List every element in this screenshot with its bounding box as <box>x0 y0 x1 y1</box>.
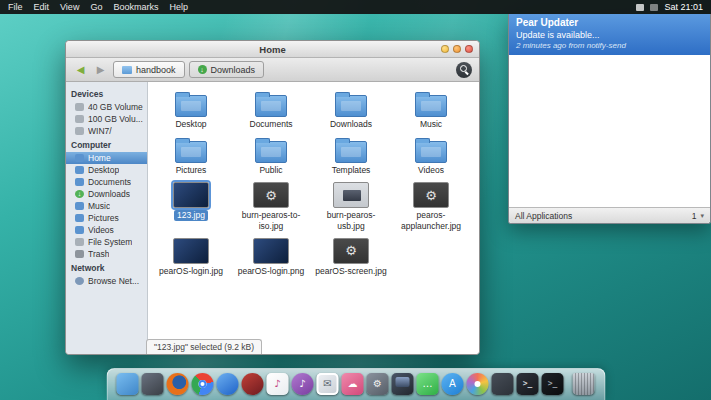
sidebar-item-40gb-volume[interactable]: 40 GB Volume <box>66 101 147 113</box>
tray-indicator-icon[interactable] <box>650 4 658 11</box>
file-desktop[interactable]: Desktop <box>151 90 231 129</box>
dock-app-icon: >_ <box>542 373 564 395</box>
dock-item-terminal[interactable]: >_ <box>516 373 539 395</box>
minimize-button[interactable] <box>441 45 449 53</box>
sidebar-item-videos[interactable]: Videos <box>66 224 147 236</box>
file-pictures[interactable]: Pictures <box>151 136 231 175</box>
menu-item[interactable]: Go <box>90 2 102 12</box>
file-thumbnail <box>333 238 369 264</box>
dock-item-music[interactable]: ♪ <box>266 373 289 395</box>
dock-item-finder[interactable] <box>116 373 139 395</box>
sidebar-item-browse-network[interactable]: Browse Net... <box>66 275 147 287</box>
sidebar-item-100gb-volume[interactable]: 100 GB Volu... <box>66 113 147 125</box>
file-pearos-applauncher-jpg[interactable]: pearos-applauncher.jpg <box>391 182 471 230</box>
menu-item[interactable]: View <box>60 2 79 12</box>
chevron-down-icon[interactable]: ▾ <box>700 212 704 220</box>
back-button[interactable]: ◀ <box>73 62 88 77</box>
dock-app-icon: ♪ <box>292 373 314 395</box>
menu-item[interactable]: Help <box>169 2 188 12</box>
window-titlebar[interactable]: Home <box>66 41 479 58</box>
menubar: FileEditViewGoBookmarksHelp Sat 21:01 <box>0 0 711 14</box>
sidebar-item-file-system[interactable]: File System <box>66 236 147 248</box>
file-burn-pearos-to-iso-jpg[interactable]: burn-pearos-to-iso.jpg <box>231 182 311 230</box>
dock-item-itunes[interactable]: ♪ <box>291 373 314 395</box>
dock-item-display[interactable] <box>391 373 414 395</box>
file-thumbnail <box>175 95 207 117</box>
dock-item-cloud[interactable]: ☁ <box>341 373 364 395</box>
dock-item-settings[interactable]: ⚙ <box>366 373 389 395</box>
dock-item-firefox[interactable] <box>166 373 189 395</box>
search-button[interactable] <box>456 62 472 78</box>
file-videos[interactable]: Videos <box>391 136 471 175</box>
menu-item[interactable]: Bookmarks <box>113 2 158 12</box>
window-title: Home <box>259 44 285 55</box>
file-templates[interactable]: Templates <box>311 136 391 175</box>
sidebar-item-trash[interactable]: Trash <box>66 248 147 260</box>
sidebar-section-network: Network <box>66 260 147 275</box>
file-burn-pearos-usb-jpg[interactable]: burn-pearos-usb.jpg <box>311 182 391 230</box>
file-thumbnail <box>415 141 447 163</box>
clock: Sat 21:01 <box>664 2 703 12</box>
file-pearos-login-png[interactable]: pearOS-login.png <box>231 238 311 276</box>
file-thumbnail <box>413 182 449 208</box>
file-thumbnail <box>175 141 207 163</box>
tray-indicator-icon[interactable] <box>636 4 644 11</box>
videos-icon <box>75 226 84 234</box>
dock-item-terminal-alt[interactable]: >_ <box>541 373 564 395</box>
notification-panel: Pear Updater Update is available... 2 mi… <box>508 14 711 224</box>
maximize-button[interactable] <box>453 45 461 53</box>
sidebar-item-win7[interactable]: WIN7/ <box>66 125 147 137</box>
desktop: FileEditViewGoBookmarksHelp Sat 21:01 Ho… <box>0 0 711 400</box>
notification-header[interactable]: Pear Updater Update is available... 2 mi… <box>509 14 710 55</box>
dock-item-trash[interactable] <box>572 373 595 395</box>
drive-icon <box>75 103 84 111</box>
all-applications-filter[interactable]: All Applications <box>515 211 572 221</box>
notification-count[interactable]: 1 <box>692 211 697 221</box>
desktop-icon <box>75 166 84 174</box>
file-thumbnail <box>253 238 289 264</box>
forward-button[interactable]: ▶ <box>93 62 108 77</box>
dock-item-package[interactable] <box>491 373 514 395</box>
dock-item-messages[interactable]: … <box>416 373 439 395</box>
documents-icon <box>75 178 84 186</box>
sidebar-item-pictures[interactable]: Pictures <box>66 212 147 224</box>
sidebar-section-computer: Computer <box>66 137 147 152</box>
file-label: pearOS-login.jpg <box>159 266 223 276</box>
sidebar-item-home[interactable]: Home <box>66 152 147 164</box>
menubar-menus: FileEditViewGoBookmarksHelp <box>8 2 188 12</box>
file-downloads[interactable]: Downloads <box>311 90 391 129</box>
file-documents[interactable]: Documents <box>231 90 311 129</box>
menu-item[interactable]: Edit <box>34 2 50 12</box>
dock-app-icon <box>242 373 264 395</box>
file-123-jpg[interactable]: 123.jpg <box>151 182 231 230</box>
network-list: Browse Net... <box>66 275 147 287</box>
sidebar-item-music[interactable]: Music <box>66 200 147 212</box>
dock: ♪ ♪ ✉ ☁ <box>106 368 605 400</box>
notification-footer: All Applications 1 ▾ <box>509 207 710 223</box>
dock-item-browser[interactable] <box>216 373 239 395</box>
sidebar-item-downloads[interactable]: Downloads <box>66 188 147 200</box>
sidebar-item-documents[interactable]: Documents <box>66 176 147 188</box>
dock-item-app-store[interactable]: A <box>441 373 464 395</box>
dock-item-media-player[interactable] <box>241 373 264 395</box>
dock-item-mail[interactable]: ✉ <box>316 373 339 395</box>
file-label: 123.jpg <box>174 210 208 220</box>
file-thumbnail <box>415 95 447 117</box>
file-music[interactable]: Music <box>391 90 471 129</box>
dock-item-chrome[interactable] <box>191 373 214 395</box>
file-pearos-login-jpg[interactable]: pearOS-login.jpg <box>151 238 231 276</box>
file-thumbnail <box>173 238 209 264</box>
dock-item-photos[interactable] <box>466 373 489 395</box>
devices-list: 40 GB Volume 100 GB Volu... WIN7/ <box>66 101 147 137</box>
file-public[interactable]: Public <box>231 136 311 175</box>
tab-downloads[interactable]: Downloads <box>189 61 265 78</box>
file-pearos-screen-jpg[interactable]: pearOS-screen.jpg <box>311 238 391 276</box>
close-button[interactable] <box>465 45 473 53</box>
dock-app-icon <box>217 373 239 395</box>
tab-handbook[interactable]: handbook <box>113 61 185 78</box>
sidebar-item-desktop[interactable]: Desktop <box>66 164 147 176</box>
dock-item-stack[interactable] <box>141 373 164 395</box>
folder-icon <box>122 66 132 74</box>
menu-item[interactable]: File <box>8 2 23 12</box>
search-icon <box>460 65 467 72</box>
